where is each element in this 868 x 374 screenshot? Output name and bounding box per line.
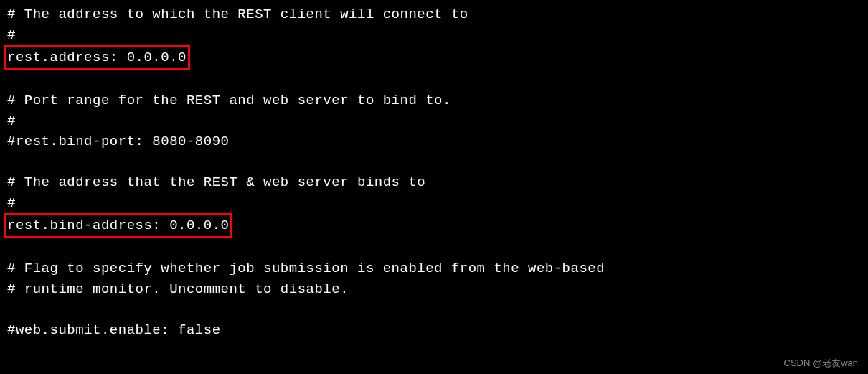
highlight-rest-bind-address: rest.bind-address: 0.0.0.0 xyxy=(4,213,232,238)
config-comment-line: # xyxy=(7,25,861,46)
watermark: CSDN @老友wan xyxy=(784,356,859,370)
config-comment-line: # xyxy=(7,111,861,132)
highlight-rest-address: rest.address: 0.0.0.0 xyxy=(4,45,190,70)
config-line-rest-bind-address: rest.bind-address: 0.0.0.0 xyxy=(7,213,861,238)
config-comment-line: # runtime monitor. Uncomment to disable. xyxy=(7,279,861,300)
config-comment-line: # The address that the REST & web server… xyxy=(7,172,861,193)
config-comment-line: # xyxy=(7,193,861,214)
blank-line xyxy=(7,70,861,91)
config-line-rest-address: rest.address: 0.0.0.0 xyxy=(7,45,861,70)
config-comment-line: # The address to which the REST client w… xyxy=(7,4,861,25)
blank-line xyxy=(7,152,861,173)
blank-line xyxy=(7,238,861,259)
blank-line xyxy=(7,299,861,320)
config-line-rest-bind-port: #rest.bind-port: 8080-8090 xyxy=(7,131,861,152)
config-line-web-submit-enable: #web.submit.enable: false xyxy=(7,320,861,341)
config-comment-line: # Port range for the REST and web server… xyxy=(7,90,861,111)
config-comment-line: # Flag to specify whether job submission… xyxy=(7,258,861,279)
